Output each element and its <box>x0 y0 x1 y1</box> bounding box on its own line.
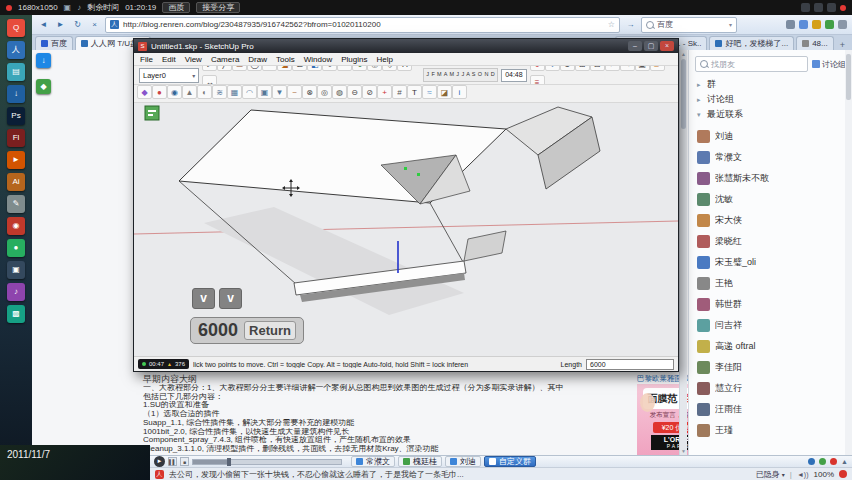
subtract-icon[interactable]: ⊖ <box>347 85 362 99</box>
mail-icon[interactable] <box>799 20 808 29</box>
qq-icon[interactable]: Q <box>7 19 25 37</box>
tray-app-icon[interactable] <box>839 470 847 478</box>
move-tool-icon[interactable]: + <box>337 66 352 71</box>
tray-collapse-icon[interactable]: ▲ <box>841 458 848 465</box>
contacts-scrollbar[interactable] <box>845 50 852 455</box>
trim-icon[interactable]: ⊘ <box>362 85 377 99</box>
storm-player-icon[interactable]: ◉ <box>7 217 25 235</box>
music-icon[interactable]: ♪ <box>7 283 25 301</box>
dimensions-icon[interactable]: # <box>392 85 407 99</box>
menu-help[interactable]: Help <box>376 55 392 64</box>
contact-item[interactable]: 梁晓红 <box>689 231 845 252</box>
contact-item[interactable]: 闫吉祥 <box>689 315 845 336</box>
wangwang-icon[interactable]: ◆ <box>36 79 51 94</box>
menu-plugins[interactable]: Plugins <box>341 55 367 64</box>
camera-position-icon[interactable]: ▣ <box>635 66 650 71</box>
layer-dropdown[interactable]: Layer0 ▾ <box>139 68 199 83</box>
menu-camera[interactable]: Camera <box>211 55 239 64</box>
media-player-icon[interactable]: ► <box>7 151 25 169</box>
taskbar-window-button[interactable]: 槐廷桂 <box>398 456 442 467</box>
favorites-star-icon[interactable]: ☆ <box>608 20 615 29</box>
forward-button[interactable]: ► <box>54 18 67 31</box>
contact-item[interactable]: 沈敏 <box>689 189 845 210</box>
push-pull-icon[interactable]: ⇧ <box>322 66 337 71</box>
fog-icon[interactable]: ≈ <box>422 85 437 99</box>
pause-button[interactable]: ▌▌ <box>168 457 177 466</box>
shadow-months-slider[interactable]: J F M A M J J A S O N D <box>423 68 498 82</box>
play-button[interactable]: ► <box>154 456 165 467</box>
download-manager-icon[interactable]: ↓ <box>36 53 51 68</box>
sandbox-from-contours-icon[interactable]: ≋ <box>212 85 227 99</box>
menu-tools[interactable]: Tools <box>276 55 295 64</box>
previous-view-icon[interactable]: ← <box>605 66 620 71</box>
select-tool-icon[interactable]: ► <box>202 66 217 71</box>
illustrator-icon[interactable]: Ai <box>7 173 25 191</box>
paint-bucket-icon[interactable]: ◧ <box>307 66 322 71</box>
follow-me-icon[interactable]: ~ <box>287 85 302 99</box>
contact-item[interactable]: 高递 oftral <box>689 336 845 357</box>
look-around-icon[interactable]: ◐ <box>197 85 212 99</box>
url-bar[interactable]: 人 http://blog.renren.com/blog/230487935/… <box>105 17 620 33</box>
tree-item[interactable]: ▸群 <box>697 77 844 92</box>
progress-track[interactable] <box>192 459 342 465</box>
rotate-tool-icon[interactable]: ↻ <box>352 66 367 71</box>
settings-icon[interactable] <box>801 3 810 12</box>
screenshot-icon[interactable] <box>786 20 795 29</box>
scale-tool-icon[interactable]: ◇ <box>382 66 397 71</box>
pan-tool-icon[interactable]: ↕ <box>545 66 560 71</box>
contact-item[interactable]: 汪雨佳 <box>689 399 845 420</box>
scrollbar-thumb[interactable] <box>681 59 686 129</box>
ide-icon[interactable]: ▣ <box>7 261 25 279</box>
taskbar-window-active[interactable]: 自定义群 <box>484 456 536 467</box>
new-tab-button[interactable]: + <box>836 40 849 50</box>
menu-file[interactable]: File <box>140 55 153 64</box>
contact-item[interactable]: 常濮文 <box>689 147 845 168</box>
styles-icon[interactable]: ≡ <box>530 75 545 85</box>
shadow-time-box[interactable]: 04:48 <box>501 69 527 82</box>
stop-record-icon[interactable] <box>840 5 846 11</box>
skin-icon[interactable] <box>825 20 834 29</box>
menu-edit[interactable]: Edit <box>162 55 176 64</box>
speaker-icon[interactable]: ◄)) <box>797 471 809 478</box>
search-box[interactable]: 百度 ▾ <box>641 17 737 33</box>
scroll-up-icon[interactable]: ▲ <box>680 51 687 57</box>
intersect-icon[interactable]: ⊗ <box>302 85 317 99</box>
union-icon[interactable]: ◍ <box>332 85 347 99</box>
outer-shell-icon[interactable]: ◎ <box>317 85 332 99</box>
image-viewer-icon[interactable]: ▩ <box>7 305 25 323</box>
renren-desktop-icon[interactable]: 人 <box>7 41 25 59</box>
menu-view[interactable]: View <box>185 55 202 64</box>
eraser-tool-icon[interactable]: ◢ <box>277 66 292 71</box>
paint-icon[interactable]: ● <box>152 85 167 99</box>
contact-item[interactable]: 宋玉璧_oli <box>689 252 845 273</box>
stop-button[interactable]: × <box>88 18 101 31</box>
arc-tool-icon[interactable]: ◠ <box>262 66 277 71</box>
thunder-download-icon[interactable]: ↓ <box>7 85 25 103</box>
3d-text-icon[interactable]: T <box>407 85 422 99</box>
scroll-down-icon[interactable]: ▼ <box>680 448 687 454</box>
shadow-settings-icon[interactable]: ◪ <box>437 85 452 99</box>
model-info-icon[interactable]: i <box>452 85 467 99</box>
axes-tool-icon[interactable]: + <box>377 85 392 99</box>
online-status-selector[interactable]: 已隐身 ▾ <box>756 469 785 480</box>
menu-icon[interactable] <box>838 20 847 29</box>
circle-tool-icon[interactable]: ◯ <box>247 66 262 71</box>
find-friends-input[interactable]: 找朋友 <box>695 56 808 72</box>
display-icon[interactable] <box>814 3 823 12</box>
contact-item[interactable]: 慧立行 <box>689 378 845 399</box>
eye-icon[interactable]: ◉ <box>167 85 182 99</box>
sketchup-titlebar[interactable]: S Untitled1.skp - SketchUp Pro – ▢ × <box>134 39 678 53</box>
dimension-tool-icon[interactable]: ↔ <box>202 75 217 85</box>
make-component-icon[interactable]: ◆ <box>137 85 152 99</box>
measurement-input[interactable]: 6000 <box>586 359 674 370</box>
contact-item[interactable]: 王艳 <box>689 273 845 294</box>
rectangle-tool-icon[interactable]: ▭ <box>232 66 247 71</box>
progress-thumb[interactable] <box>227 458 231 466</box>
tree-item[interactable]: ▸讨论组 <box>697 92 844 107</box>
refresh-button[interactable]: ↻ <box>71 18 84 31</box>
tray-icon[interactable] <box>808 458 815 465</box>
maximize-button[interactable]: ▢ <box>644 41 658 51</box>
browser-tab[interactable]: 好吧，发楼梯了... <box>709 36 794 50</box>
green-browser-icon[interactable]: ● <box>7 239 25 257</box>
chat-icon[interactable] <box>827 3 836 12</box>
